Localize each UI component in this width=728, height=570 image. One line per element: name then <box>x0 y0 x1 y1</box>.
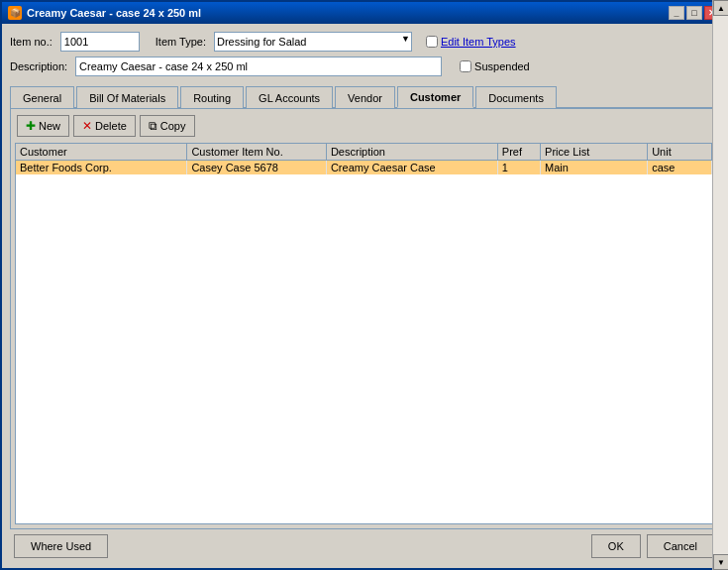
data-table-container: Customer Customer Item No. Description P… <box>15 143 713 524</box>
tab-general[interactable]: General <box>10 86 74 108</box>
form-row-2: Description: Suspended <box>10 57 718 76</box>
customer-table: Customer Customer Item No. Description P… <box>16 144 712 174</box>
table-row[interactable]: Better Foods Corp. Casey Case 5678 Cream… <box>16 161 712 175</box>
new-button[interactable]: ✚ New <box>17 115 69 137</box>
cell-customer-item-no: Casey Case 5678 <box>187 161 327 175</box>
item-no-input[interactable] <box>60 32 140 52</box>
copy-button[interactable]: ⧉ Copy <box>140 115 195 137</box>
vertical-scrollbar[interactable]: ▲ ▼ <box>712 143 713 524</box>
new-icon: ✚ <box>26 119 36 133</box>
window-title: Creamy Caesar - case 24 x 250 ml <box>27 7 201 19</box>
cell-price-list: Main <box>541 161 648 175</box>
window-content: Item no.: Item Type: Dressing for Salad … <box>2 24 726 568</box>
description-label: Description: <box>10 60 67 72</box>
bottom-right: OK Cancel <box>591 534 714 558</box>
col-customer-item-no: Customer Item No. <box>187 144 327 161</box>
tab-bill-of-materials[interactable]: Bill Of Materials <box>76 86 178 108</box>
cancel-button[interactable]: Cancel <box>647 534 714 558</box>
where-used-button[interactable]: Where Used <box>14 534 108 558</box>
delete-button[interactable]: ✕ Delete <box>73 115 136 137</box>
title-bar: 📦 Creamy Caesar - case 24 x 250 ml _ □ ✕ <box>2 2 726 24</box>
col-customer: Customer <box>16 144 187 161</box>
tab-documents[interactable]: Documents <box>475 86 557 108</box>
ok-button[interactable]: OK <box>591 534 641 558</box>
cell-pref: 1 <box>497 161 540 175</box>
col-description: Description <box>326 144 497 161</box>
col-unit: Unit <box>648 144 712 161</box>
cell-description: Creamy Caesar Case <box>326 161 497 175</box>
copy-icon: ⧉ <box>149 119 157 133</box>
suspended-label: Suspended <box>474 60 530 72</box>
tab-vendor[interactable]: Vendor <box>335 86 395 108</box>
maximize-button[interactable]: □ <box>686 6 702 20</box>
delete-icon: ✕ <box>82 119 92 133</box>
title-bar-left: 📦 Creamy Caesar - case 24 x 250 ml <box>8 6 201 20</box>
tabs-container: General Bill Of Materials Routing GL Acc… <box>10 85 718 109</box>
item-type-label: Item Type: <box>156 36 206 48</box>
main-window: 📦 Creamy Caesar - case 24 x 250 ml _ □ ✕… <box>0 0 728 570</box>
edit-item-types-checkbox[interactable] <box>426 36 438 48</box>
cell-unit: case <box>648 161 712 175</box>
item-no-label: Item no.: <box>10 36 52 48</box>
tab-panel-customer: ✚ New ✕ Delete ⧉ Copy <box>10 109 718 529</box>
suspended-checkbox[interactable] <box>460 60 471 72</box>
window-icon: 📦 <box>8 6 22 20</box>
tab-customer[interactable]: Customer <box>397 86 473 108</box>
col-pref: Pref <box>497 144 540 161</box>
minimize-button[interactable]: _ <box>669 6 684 20</box>
tab-routing[interactable]: Routing <box>180 86 244 108</box>
bottom-bar: Where Used OK Cancel <box>10 529 718 560</box>
table-header-row: Customer Customer Item No. Description P… <box>16 144 712 161</box>
table-scroll-wrapper[interactable]: Customer Customer Item No. Description P… <box>16 144 712 523</box>
item-type-select-wrapper: Dressing for Salad <box>214 32 412 52</box>
cell-customer: Better Foods Corp. <box>16 161 187 175</box>
description-input[interactable] <box>75 57 442 76</box>
edit-item-types-link[interactable]: Edit Item Types <box>441 36 516 48</box>
toolbar: ✚ New ✕ Delete ⧉ Copy <box>15 113 713 139</box>
edit-item-types-container: Edit Item Types <box>426 36 516 48</box>
bottom-left: Where Used <box>14 534 108 558</box>
col-price-list: Price List <box>541 144 648 161</box>
tab-gl-accounts[interactable]: GL Accounts <box>246 86 333 108</box>
form-row-1: Item no.: Item Type: Dressing for Salad … <box>10 32 718 52</box>
suspended-container: Suspended <box>460 60 530 72</box>
item-type-select[interactable]: Dressing for Salad <box>214 32 412 52</box>
